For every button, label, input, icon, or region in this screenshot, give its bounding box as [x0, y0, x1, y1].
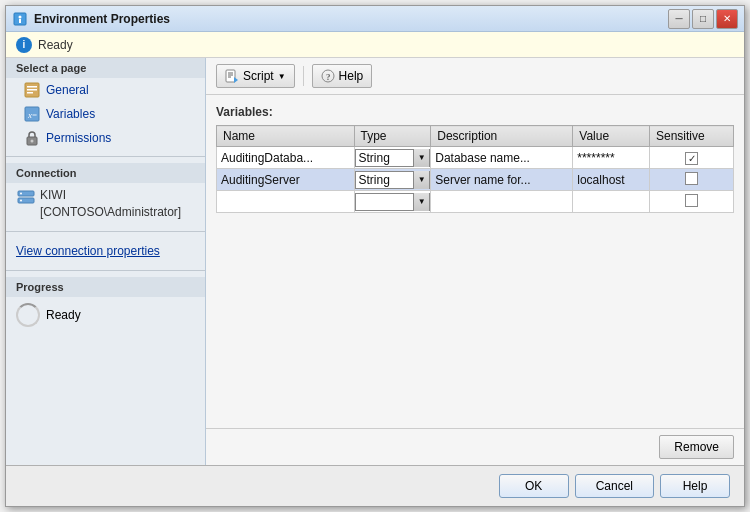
sidebar-variables-label: Variables [46, 107, 95, 121]
sidebar-divider-3 [6, 270, 205, 271]
row-1-name[interactable]: AuditingServer [217, 169, 355, 191]
empty-name-cell [217, 191, 355, 213]
row-1-value[interactable]: localhost [573, 169, 650, 191]
svg-point-14 [20, 193, 22, 195]
status-icon: i [16, 37, 32, 53]
svg-point-11 [31, 140, 34, 143]
variables-section-label: Variables: [216, 105, 734, 119]
progress-item: Ready [6, 297, 205, 333]
svg-rect-5 [27, 89, 37, 91]
svg-rect-16 [226, 70, 235, 82]
help-icon: ? [321, 69, 335, 83]
status-bar: i Ready [6, 32, 744, 58]
svg-marker-20 [234, 77, 238, 83]
sidebar-general-label: General [46, 83, 89, 97]
col-description-header: Description [431, 126, 573, 147]
col-value-header: Value [573, 126, 650, 147]
view-connection-link[interactable]: View connection properties [16, 244, 160, 258]
progress-status: Ready [46, 308, 81, 322]
sidebar-item-variables[interactable]: x = Variables [6, 102, 205, 126]
row-1-sensitive[interactable] [650, 169, 734, 191]
sidebar-permissions-label: Permissions [46, 131, 111, 145]
row-0-name[interactable]: AuditingDataba... [217, 147, 355, 169]
sidebar-divider-2 [6, 231, 205, 232]
empty-row: ▼ [217, 191, 734, 213]
row-0-sensitive[interactable]: ✓ [650, 147, 734, 169]
svg-rect-2 [19, 19, 21, 23]
table-row[interactable]: AuditingDataba...String▼Database name...… [217, 147, 734, 169]
col-name-header: Name [217, 126, 355, 147]
row-1-sensitive-checkbox[interactable] [685, 172, 698, 185]
row-0-sensitive-checkbox[interactable]: ✓ [685, 152, 698, 165]
toolbar: Script ▼ ? Help [206, 58, 744, 95]
empty-type-dropdown-arrow[interactable]: ▼ [413, 193, 429, 211]
status-text: Ready [38, 38, 73, 52]
footer: OK Cancel Help [6, 465, 744, 506]
script-dropdown-arrow: ▼ [278, 72, 286, 81]
right-panel: Script ▼ ? Help Variables: [206, 58, 744, 465]
window-icon [12, 11, 28, 27]
help-footer-button[interactable]: Help [660, 474, 730, 498]
title-bar: Environment Properties ─ □ ✕ [6, 6, 744, 32]
minimize-button[interactable]: ─ [668, 9, 690, 29]
view-connection-link-area: View connection properties [6, 238, 205, 264]
empty-sensitive-checkbox[interactable] [685, 194, 698, 207]
ok-button[interactable]: OK [499, 474, 569, 498]
sidebar-item-general[interactable]: General [6, 78, 205, 102]
remove-btn-area: Remove [206, 428, 744, 465]
empty-type-cell[interactable]: ▼ [354, 191, 431, 213]
general-icon [24, 82, 40, 98]
content-area: Variables: Name Type Description Value S… [206, 95, 744, 428]
main-content: Select a page General x = Variables [6, 58, 744, 465]
variables-icon: x = [24, 106, 40, 122]
cancel-button[interactable]: Cancel [575, 474, 654, 498]
row-0-type[interactable]: String▼ [354, 147, 431, 169]
progress-spinner-icon [16, 303, 40, 327]
empty-value-cell [573, 191, 650, 213]
maximize-button[interactable]: □ [692, 9, 714, 29]
svg-text:=: = [32, 110, 37, 120]
script-button[interactable]: Script ▼ [216, 64, 295, 88]
svg-point-1 [19, 15, 22, 18]
table-row[interactable]: AuditingServerString▼Server name for...l… [217, 169, 734, 191]
sidebar-divider-1 [6, 156, 205, 157]
sidebar: Select a page General x = Variables [6, 58, 206, 465]
col-type-header: Type [354, 126, 431, 147]
empty-desc-cell [431, 191, 573, 213]
connection-user: [CONTOSO\Administrator] [40, 204, 181, 221]
table-header-row: Name Type Description Value Sensitive [217, 126, 734, 147]
type-dropdown-arrow[interactable]: ▼ [413, 171, 429, 189]
svg-point-15 [20, 200, 22, 202]
remove-button[interactable]: Remove [659, 435, 734, 459]
connection-item: KIWI [CONTOSO\Administrator] [6, 183, 205, 225]
variables-table: Name Type Description Value Sensitive Au… [216, 125, 734, 213]
svg-text:?: ? [326, 72, 331, 82]
row-1-type[interactable]: String▼ [354, 169, 431, 191]
col-sensitive-header: Sensitive [650, 126, 734, 147]
window-title: Environment Properties [34, 12, 668, 26]
select-page-label: Select a page [6, 58, 205, 78]
server-icon [16, 187, 36, 207]
progress-label: Progress [6, 277, 205, 297]
row-0-description: Database name... [431, 147, 573, 169]
main-window: Environment Properties ─ □ ✕ i Ready Sel… [5, 5, 745, 507]
connection-info: KIWI [CONTOSO\Administrator] [40, 187, 181, 221]
close-button[interactable]: ✕ [716, 9, 738, 29]
help-label: Help [339, 69, 364, 83]
script-icon [225, 69, 239, 83]
empty-sensitive-cell[interactable] [650, 191, 734, 213]
type-dropdown-arrow[interactable]: ▼ [413, 149, 429, 167]
help-button[interactable]: ? Help [312, 64, 373, 88]
connection-label: Connection [6, 163, 205, 183]
script-label: Script [243, 69, 274, 83]
svg-rect-6 [27, 92, 33, 94]
row-1-description: Server name for... [431, 169, 573, 191]
row-0-value[interactable]: ******** [573, 147, 650, 169]
sidebar-item-permissions[interactable]: Permissions [6, 126, 205, 150]
window-controls: ─ □ ✕ [668, 9, 738, 29]
svg-rect-4 [27, 86, 37, 88]
permissions-icon [24, 130, 40, 146]
toolbar-separator [303, 66, 304, 86]
connection-server: KIWI [40, 187, 181, 204]
